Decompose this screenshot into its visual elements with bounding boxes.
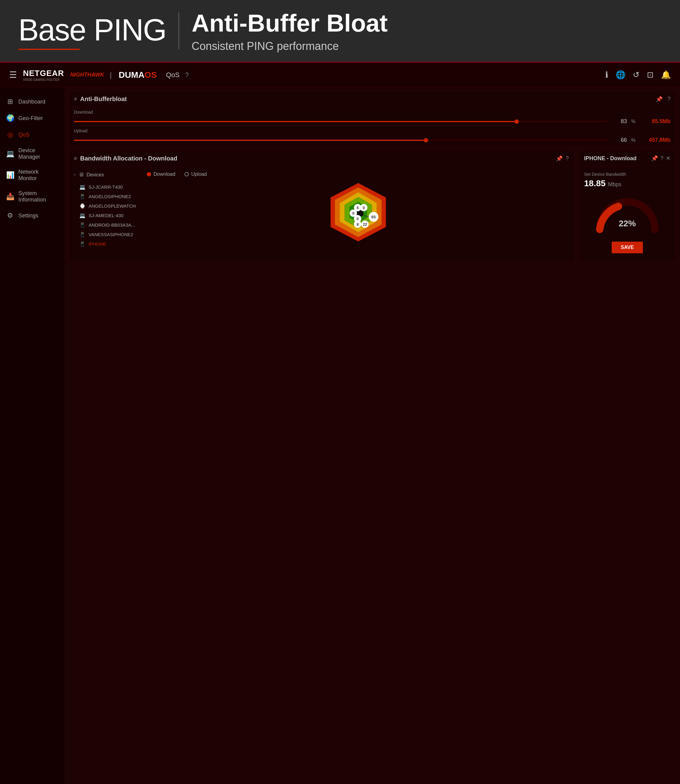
save-button[interactable]: SAVE (612, 242, 643, 253)
window-icon[interactable]: ⊡ (647, 70, 654, 80)
bw-help-icon[interactable]: ? (566, 155, 569, 162)
iphone-unit: Mbps (608, 181, 622, 188)
svg-text:0: 0 (356, 217, 359, 221)
sidebar-item-device-manager[interactable]: 💻 Device Manager (0, 143, 65, 165)
device-name-2: ANGELOSIPHONE2 (88, 194, 131, 199)
sidebar-item-geo-filter[interactable]: 🌍 Geo-Filter (0, 110, 65, 126)
iphone-header: IPHONE - Download 📌 ? ✕ (579, 151, 676, 166)
router-model: XR500 GAMING ROUTER (23, 78, 64, 82)
qos-label: QoS (166, 71, 179, 79)
qos-help-icon[interactable]: ? (185, 71, 189, 79)
bw-menu-icon: ≡ (74, 155, 77, 162)
banner-base-ping: Base PING (18, 12, 166, 47)
bw-title: Bandwidth Allocation - Download (80, 155, 556, 162)
system-info-icon: 📥 (6, 193, 14, 201)
devices-header: − 🖥 Devices (73, 171, 141, 178)
abloat-title: Anti-Bufferbloat (80, 96, 656, 102)
gauge-container: 22% (584, 196, 671, 236)
svg-text:8: 8 (356, 222, 359, 226)
device-name-4: SJ-AMEDEL-430 (88, 213, 123, 218)
device-iphone[interactable]: 📱 IPHONE (73, 239, 141, 249)
device-vanessasiphone[interactable]: 📱 VANESSASIPHONE2 (73, 230, 141, 239)
qos-icon: ◎ (6, 131, 14, 139)
device-list: − 🖥 Devices 💻 SJ-JCARR-T430 📱 ANGELOSIPH… (73, 171, 141, 254)
radio-download-label: Download (154, 171, 175, 177)
banner-anti-buffer: Anti-Buffer Bloat (192, 9, 388, 38)
iphone-help-icon[interactable]: ? (660, 155, 663, 162)
bw-pin-icon[interactable]: 📌 (556, 155, 563, 162)
upload-thumb[interactable] (424, 138, 428, 142)
laptop-icon-1: 💻 (79, 184, 85, 190)
abloat-menu-icon: ≡ (74, 96, 77, 102)
sidebar-item-qos[interactable]: ◎ QoS (0, 126, 65, 143)
app-section-top: ☰ NETGEAR XR500 GAMING ROUTER NIGHTHAWK … (0, 63, 680, 784)
upload-value: 66 (612, 137, 627, 143)
device-name-5: ANDROID-BB03A3A... (88, 222, 135, 228)
iphone-title: IPHONE - Download (584, 155, 651, 162)
device-name-6: VANESSASIPHONE2 (88, 232, 133, 237)
top-banner: Base PING Anti-Buffer Bloat Consistent P… (0, 0, 680, 63)
laptop-icon-2: 💻 (79, 212, 85, 218)
hex-svg: 5 0 0 0 8 22 (321, 180, 395, 254)
navbar: ☰ NETGEAR XR500 GAMING ROUTER NIGHTHAWK … (0, 63, 680, 87)
abloat-header: ≡ Anti-Bufferbloat 📌 ? (68, 91, 676, 107)
radio-download[interactable]: Download (147, 171, 175, 177)
device-name-3: ANGELOSPLEWATCH (88, 203, 136, 209)
devices-label: Devices (87, 172, 104, 178)
upload-slider-row: 66 % 457.8Mb (68, 134, 676, 146)
dashboard-icon: ⊞ (6, 98, 14, 106)
app-layout: ⊞ Dashboard 🌍 Geo-Filter ◎ QoS 💻 Device … (0, 87, 680, 784)
hex-chart: 5 0 0 0 8 22 (147, 180, 569, 254)
hamburger-icon[interactable]: ☰ (9, 70, 17, 80)
abloat-actions: 📌 ? (656, 96, 671, 102)
sidebar-item-system-info[interactable]: 📥 System Information (0, 186, 65, 207)
radio-upload-label: Upload (191, 171, 207, 177)
device-name-iphone: IPHONE (88, 241, 106, 247)
banner-left: Base PING (18, 12, 166, 50)
radio-download-circle (147, 172, 151, 176)
iphone-value: 18.85 (584, 179, 606, 189)
sidebar-label-qos: QoS (18, 132, 30, 138)
device-angelosiphone2[interactable]: 📱 ANGELOSIPHONE2 (73, 192, 141, 201)
download-track (74, 121, 608, 122)
upload-speed: 457.8Mb (640, 137, 671, 143)
phone-icon-2: 📱 (79, 222, 85, 228)
refresh-icon[interactable]: ↺ (633, 70, 639, 80)
device-angelosplewatch[interactable]: ⌚ ANGELOSPLEWATCH (73, 201, 141, 211)
iphone-close-icon[interactable]: ✕ (666, 155, 671, 162)
sidebar-item-dashboard[interactable]: ⊞ Dashboard (0, 93, 65, 110)
nav-logo: NETGEAR XR500 GAMING ROUTER NIGHTHAWK | … (23, 69, 189, 82)
svg-text:22: 22 (363, 222, 367, 226)
radio-upload[interactable]: Upload (184, 171, 207, 177)
main-content: ≡ Anti-Bufferbloat 📌 ? Download 83 % (65, 87, 680, 784)
device-manager-icon: 💻 (6, 150, 14, 158)
upload-track (74, 140, 608, 141)
iphone-body: Set Device Bandwidth 18.85 Mbps (579, 166, 676, 262)
abloat-pin-icon[interactable]: 📌 (656, 96, 663, 102)
download-fill (74, 121, 517, 122)
device-android[interactable]: 📱 ANDROID-BB03A3A... (73, 220, 141, 230)
device-sj-amedel[interactable]: 💻 SJ-AMEDEL-430 (73, 211, 141, 220)
network-monitor-icon: 📊 (6, 171, 14, 179)
banner-divider (178, 13, 179, 49)
devices-toggle[interactable]: − (73, 172, 76, 178)
sidebar-label-geofilter: Geo-Filter (18, 115, 43, 122)
download-thumb[interactable] (515, 119, 519, 124)
devices-icon: 🖥 (79, 171, 84, 178)
radio-row: Download Upload (147, 171, 569, 177)
iphone-pin-icon[interactable]: 📌 (651, 155, 658, 162)
abloat-help-icon[interactable]: ? (667, 96, 671, 102)
download-value: 83 (612, 118, 627, 125)
info-icon[interactable]: ℹ (605, 70, 608, 80)
banner-right: Anti-Buffer Bloat Consistent PING perfor… (192, 9, 388, 53)
sidebar-item-settings[interactable]: ⚙ Settings (0, 207, 65, 224)
globe-icon[interactable]: 🌐 (615, 70, 625, 80)
sidebar-item-network-monitor[interactable]: 📊 Network Monitor (0, 165, 65, 186)
bell-icon[interactable]: 🔔 (661, 70, 671, 80)
device-sj-jcarr[interactable]: 💻 SJ-JCARR-T430 (73, 182, 141, 192)
bottom-panels: ≡ Bandwidth Allocation - Download 📌 ? − … (68, 150, 676, 262)
svg-text:0: 0 (352, 211, 354, 215)
bw-header: ≡ Bandwidth Allocation - Download 📌 ? (68, 151, 574, 167)
geofilter-icon: 🌍 (6, 114, 14, 122)
chart-area: Download Upload (147, 171, 569, 254)
